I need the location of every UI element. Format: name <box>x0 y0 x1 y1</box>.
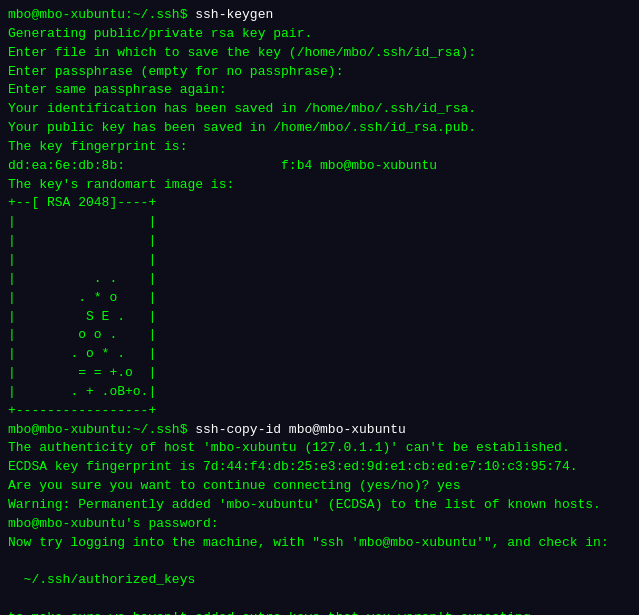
terminal-line: +-----------------+ <box>8 402 631 421</box>
terminal-line: Now try logging into the machine, with "… <box>8 534 631 553</box>
terminal-window[interactable]: mbo@mbo-xubuntu:~/.ssh$ ssh-keygenGenera… <box>0 0 639 615</box>
terminal-line: | . o * . | <box>8 345 631 364</box>
terminal-line: Enter file in which to save the key (/ho… <box>8 44 631 63</box>
terminal-line <box>8 590 631 609</box>
terminal-line: The authenticity of host 'mbo-xubuntu (1… <box>8 439 631 458</box>
terminal-line: Your identification has been saved in /h… <box>8 100 631 119</box>
terminal-line: Your public key has been saved in /home/… <box>8 119 631 138</box>
terminal-line: | | <box>8 232 631 251</box>
terminal-line: +--[ RSA 2048]----+ <box>8 194 631 213</box>
terminal-command: ssh-keygen <box>195 7 273 22</box>
terminal-line: | . + .oB+o.| <box>8 383 631 402</box>
terminal-line: ECDSA key fingerprint is 7d:44:f4:db:25:… <box>8 458 631 477</box>
terminal-line: ~/.ssh/authorized_keys <box>8 571 631 590</box>
terminal-line: | S E . | <box>8 308 631 327</box>
terminal-line: The key's randomart image is: <box>8 176 631 195</box>
terminal-line <box>8 552 631 571</box>
terminal-line: | . . | <box>8 270 631 289</box>
terminal-line: | = = +.o | <box>8 364 631 383</box>
terminal-line: | . * o | <box>8 289 631 308</box>
terminal-line: dd:ea:6e:db:8b: f:b4 mbo@mbo-xubuntu <box>8 157 631 176</box>
terminal-line: mbo@mbo-xubuntu:~/.ssh$ ssh-copy-id mbo@… <box>8 421 631 440</box>
terminal-line: Are you sure you want to continue connec… <box>8 477 631 496</box>
terminal-line: | | <box>8 213 631 232</box>
terminal-line: Enter passphrase (empty for no passphras… <box>8 63 631 82</box>
terminal-line: mbo@mbo-xubuntu:~/.ssh$ ssh-keygen <box>8 6 631 25</box>
terminal-line: Generating public/private rsa key pair. <box>8 25 631 44</box>
terminal-line: Enter same passphrase again: <box>8 81 631 100</box>
terminal-line: mbo@mbo-xubuntu's password: <box>8 515 631 534</box>
terminal-line: | o o . | <box>8 326 631 345</box>
terminal-line: to make sure we haven't added extra keys… <box>8 609 631 615</box>
terminal-line: Warning: Permanently added 'mbo-xubuntu'… <box>8 496 631 515</box>
terminal-line: | | <box>8 251 631 270</box>
terminal-line: The key fingerprint is: <box>8 138 631 157</box>
terminal-prompt: mbo@mbo-xubuntu:~/.ssh$ <box>8 422 195 437</box>
terminal-command: ssh-copy-id mbo@mbo-xubuntu <box>195 422 406 437</box>
terminal-prompt: mbo@mbo-xubuntu:~/.ssh$ <box>8 7 195 22</box>
